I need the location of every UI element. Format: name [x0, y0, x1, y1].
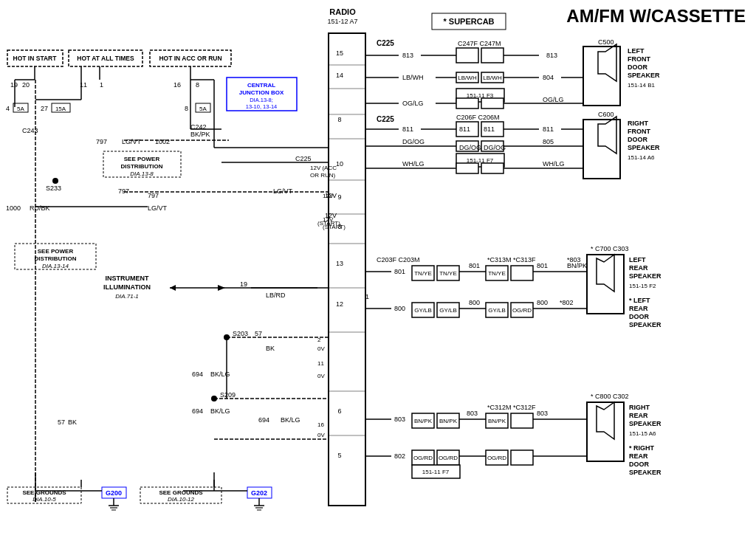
wire-797-radio: 797	[118, 187, 129, 195]
c312m-label: *C312M *C312F	[487, 404, 536, 411]
left-front-speaker-label: LEFT	[628, 47, 645, 55]
s233-point	[52, 178, 58, 184]
supercab-label: * SUPERCAB	[443, 17, 494, 26]
grounds-2-ref: DIA.10-12	[168, 496, 195, 503]
power-dist-2-label2: DISTRIBUTION	[35, 255, 77, 262]
wire-694-1: 694	[192, 371, 203, 378]
svg-rect-68	[456, 163, 478, 173]
wire-797-2: 797	[148, 192, 159, 199]
wire-813-right: 813	[546, 52, 557, 59]
s203-label: S203	[233, 330, 248, 337]
right-rear-door-label3: DOOR	[629, 461, 650, 468]
151-11-f7-bottom: 151-11 F7	[422, 469, 450, 475]
svg-rect-101	[511, 450, 533, 465]
wire-811-mid1: 811	[459, 125, 470, 133]
wire-lgvt-radio: LG/VT	[273, 187, 293, 195]
right-rear-speaker-label2: REAR	[629, 412, 648, 419]
right-rear-speaker-label3: SPEAKER	[629, 420, 662, 427]
junction-box-label2: JUNCTION BOX	[239, 89, 284, 96]
zero-v-1: 0V	[317, 345, 325, 352]
zero-v-2: 0V	[317, 373, 325, 379]
wire-bnpk-1: BN/PK	[567, 262, 587, 269]
wire-dgog-mid: DG/OG	[459, 144, 481, 151]
right-front-speaker-label3: DOOR	[628, 136, 648, 143]
c247f-label: C247F C247M	[458, 40, 501, 47]
fuse-4: 4	[6, 105, 10, 112]
right-front-speaker-label2: FRONT	[628, 128, 650, 135]
wire-tnye-2: TN/YE	[439, 270, 457, 277]
fuse-15a: 15A	[55, 106, 66, 112]
pin-9: 9	[337, 193, 341, 201]
power-dist-1-label2: DISTRIBUTION	[121, 163, 163, 170]
pin-5: 5	[337, 452, 341, 459]
s209-label: S209	[220, 391, 236, 399]
junction-box-label: CENTRAL	[247, 82, 275, 89]
svg-rect-53	[481, 98, 504, 108]
wire-ogrd-mid2: OG/RD	[439, 455, 458, 461]
left-front-speaker-label3: DOOR	[628, 63, 648, 71]
svg-rect-92	[511, 413, 533, 428]
right-rear-door-star: * RIGHT	[629, 444, 655, 452]
wiring-diagram: AM/FM W/CASSETTE * SUPERCAB RADIO 151-12…	[0, 0, 756, 541]
svg-rect-39	[481, 48, 504, 63]
wire-bnpk-mid3: BN/PK	[488, 418, 506, 424]
wire-803-3: 803	[537, 410, 548, 417]
wire-57-s203: 57	[255, 330, 262, 337]
svg-rect-69	[481, 163, 504, 173]
wire-800-3: 800	[537, 299, 548, 306]
wire-802-2: 802	[394, 452, 405, 460]
wire-gylb-3: GY/LB	[488, 307, 506, 314]
c206f-label: C206F C206M	[456, 114, 500, 121]
wire-803-1: 803	[394, 416, 405, 423]
inst-illum-label2: ILLUMINATION	[103, 283, 151, 291]
right-rear-speaker-label: RIGHT	[629, 404, 650, 411]
wire-lbrd: LB/RD	[266, 292, 286, 299]
fuse-5a-1: 5A	[17, 106, 24, 112]
wire-dgog-mid2: DG/OG	[484, 144, 506, 151]
wire-rdbk: RD/BK	[30, 204, 50, 212]
wire-gylb-1: GY/LB	[414, 307, 432, 314]
start-label2: (START)	[323, 224, 346, 230]
c600-label: C600	[598, 111, 614, 118]
wire-whlg-left: WH/LG	[402, 160, 425, 168]
v12-start-label: 12V	[323, 216, 334, 223]
fuse-8: 8	[196, 81, 199, 89]
wire-lbwh-left: LB/WH	[402, 74, 424, 81]
hot-in-start-label: HOT IN START	[13, 55, 58, 62]
right-front-speaker-label4: SPEAKER	[628, 144, 660, 151]
wire-ogrd-mid3: OG/RD	[487, 455, 506, 461]
fuse-8b: 8	[185, 105, 188, 112]
wire-813-left: 813	[402, 52, 413, 59]
inst-illum-ref: DIA.71-1	[115, 293, 139, 300]
wire-oglg-right: OG/LG	[543, 96, 564, 103]
wire-tnye-1: TN/YE	[414, 270, 432, 277]
wire-802-1: *802	[560, 299, 574, 306]
wire-1002: 1002	[155, 138, 170, 145]
wire-bk-1: BK	[266, 345, 275, 352]
wire-801-1: 801	[394, 268, 405, 275]
left-rear-door-label4: SPEAKER	[629, 321, 662, 328]
wire-ogrd-1: OG/RD	[512, 307, 532, 314]
g200-label: G200	[106, 489, 122, 497]
wire-ogrd-mid1: OG/RD	[413, 455, 433, 461]
svg-rect-38	[456, 48, 478, 63]
pin-6: 6	[337, 407, 341, 415]
right-front-speaker-label: RIGHT	[628, 120, 649, 127]
pin-14: 14	[336, 72, 343, 79]
radio-ref: 151-12 A7	[327, 18, 357, 25]
left-rear-speaker-label3: SPEAKER	[629, 272, 662, 280]
power-dist-2-label: SEE POWER	[38, 248, 74, 255]
fuse-27: 27	[41, 105, 48, 112]
c700-label: * C700	[591, 245, 611, 252]
hot-at-all-times-label: HOT AT ALL TIMES	[77, 55, 134, 62]
svg-rect-76	[511, 266, 533, 280]
svg-rect-52	[456, 98, 478, 108]
fuse-5a-2: 5A	[199, 106, 207, 112]
g202-label: G202	[251, 489, 267, 497]
wire-804: 804	[543, 74, 554, 81]
junction-box-ref: DIA.13-8;	[250, 97, 273, 103]
wire-lbwh-mid1: LB/WH	[458, 75, 477, 81]
wire-811-mid2: 811	[484, 125, 495, 133]
wire-dgog-left: DG/OG	[402, 138, 425, 145]
power-dist-1-ref: DIA.13-8	[130, 170, 154, 177]
